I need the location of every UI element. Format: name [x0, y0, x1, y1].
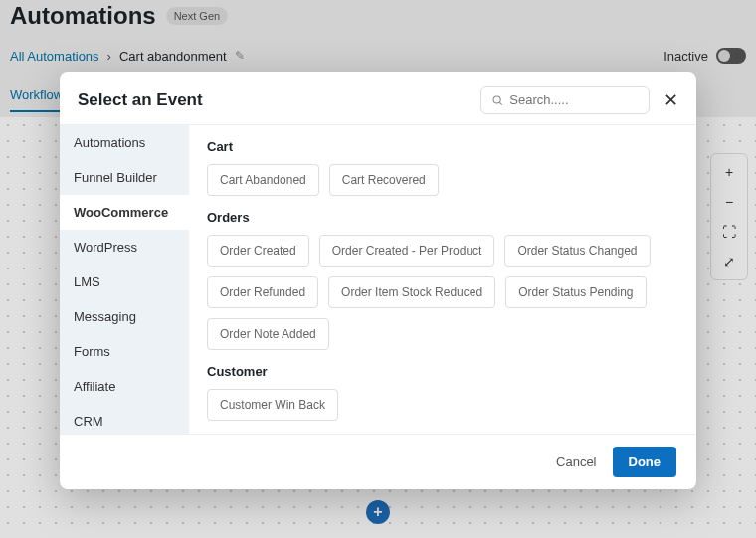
event-chip[interactable]: Cart Recovered — [329, 164, 439, 196]
event-chip[interactable]: Customer Win Back — [207, 389, 338, 421]
event-chip[interactable]: Order Refunded — [207, 276, 318, 308]
sidebar-item-messaging[interactable]: Messaging — [60, 299, 189, 334]
select-event-modal: Select an Event ✕ AutomationsFunnel Buil… — [60, 72, 696, 489]
group-title: Cart — [207, 139, 678, 154]
event-chip[interactable]: Order Note Added — [207, 318, 329, 350]
event-chip[interactable]: Order Status Pending — [505, 276, 646, 308]
sidebar-item-woocommerce[interactable]: WooCommerce — [60, 195, 189, 230]
sidebar-item-wordpress[interactable]: WordPress — [60, 230, 189, 265]
done-button[interactable]: Done — [613, 447, 677, 477]
search-input[interactable] — [509, 92, 639, 107]
group-title: Customer — [207, 364, 678, 379]
sidebar-item-funnel-builder[interactable]: Funnel Builder — [60, 160, 189, 195]
sidebar-item-crm[interactable]: CRM — [60, 404, 189, 434]
sidebar-item-affiliate[interactable]: Affiliate — [60, 369, 189, 404]
sidebar-item-forms[interactable]: Forms — [60, 334, 189, 369]
event-category-sidebar: AutomationsFunnel BuilderWooCommerceWord… — [60, 125, 189, 434]
sidebar-item-automations[interactable]: Automations — [60, 125, 189, 160]
cancel-button[interactable]: Cancel — [556, 454, 596, 469]
event-chip[interactable]: Order Created — [207, 235, 309, 267]
search-field[interactable] — [480, 86, 650, 114]
event-list: CartCart AbandonedCart RecoveredOrdersOr… — [189, 125, 696, 434]
sidebar-item-lms[interactable]: LMS — [60, 265, 189, 299]
modal-title: Select an Event — [78, 90, 203, 110]
modal-overlay: Select an Event ✕ AutomationsFunnel Buil… — [0, 0, 756, 538]
event-chip[interactable]: Order Created - Per Product — [319, 235, 495, 267]
event-chip[interactable]: Order Item Stock Reduced — [328, 276, 495, 308]
search-icon — [491, 93, 503, 107]
event-chip[interactable]: Cart Abandoned — [207, 164, 319, 196]
svg-line-1 — [499, 102, 501, 104]
svg-point-0 — [493, 95, 500, 102]
close-icon[interactable]: ✕ — [663, 90, 678, 111]
group-title: Orders — [207, 210, 678, 225]
event-chip[interactable]: Order Status Changed — [504, 235, 650, 267]
